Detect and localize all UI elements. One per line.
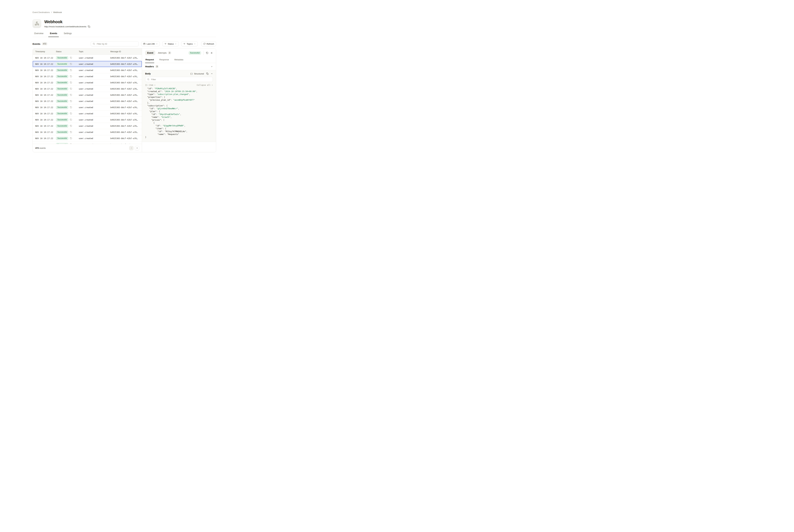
table-row[interactable]: NOV 18 10:17:22 Successful user.created … — [33, 111, 142, 117]
retry-icon[interactable] — [70, 75, 72, 77]
table-row[interactable]: NOV 18 10:17:22 Successful user.created … — [33, 98, 142, 104]
table-row[interactable]: NOV 18 10:17:22 Successful user.created … — [33, 92, 142, 98]
retry-icon[interactable] — [70, 94, 72, 96]
tab-overview[interactable]: Overview — [33, 32, 45, 37]
row-timestamp: NOV 18 10:17:22 — [33, 75, 56, 78]
row-status-cell: Successful — [56, 137, 79, 140]
table-row[interactable]: NOV 18 10:17:22 Successful user.created … — [33, 61, 142, 67]
table-row[interactable]: NOV 18 10:17:22 Successful user.created … — [33, 104, 142, 111]
retry-icon[interactable] — [70, 119, 72, 121]
row-status-cell: Successful — [56, 69, 79, 72]
table-row[interactable]: NOV 18 10:17:22 Successful user.created … — [33, 123, 142, 129]
table-row[interactable]: NOV 18 10:17:22 Successful user.created … — [33, 141, 142, 144]
retry-icon — [206, 52, 208, 54]
table-row[interactable]: NOV 18 10:17:22 Successful user.created … — [33, 73, 142, 79]
row-timestamp: NOV 18 10:17:22 — [33, 88, 56, 90]
retry-icon[interactable] — [70, 137, 72, 139]
pagination-next-button[interactable] — [135, 146, 139, 150]
topics-filter-button[interactable]: Topics — [181, 41, 197, 46]
tab-response[interactable]: Response — [159, 57, 169, 63]
page: Event Destinations / Webhook Webhook htt… — [0, 0, 249, 161]
request-tabs: Request Response Metadata — [142, 57, 216, 63]
retry-event-button[interactable] — [206, 52, 208, 54]
status-badge: Successful — [56, 56, 68, 59]
body-section: Body {} Structured — [142, 70, 216, 142]
events-count-badge: 472 — [42, 42, 47, 45]
retry-icon[interactable] — [70, 100, 72, 102]
table-row[interactable]: NOV 18 10:17:22 Successful user.created … — [33, 55, 142, 61]
table-row[interactable]: NOV 18 10:17:22 Successful user.created … — [33, 129, 142, 135]
row-topic: user.created — [79, 106, 110, 109]
retry-icon[interactable] — [70, 131, 72, 133]
copy-body-button[interactable] — [206, 73, 208, 75]
tab-attempts[interactable]: Attempts 3 — [158, 52, 171, 54]
headers-section-toggle[interactable]: Headers 3 — [142, 63, 216, 70]
filter-icon — [183, 43, 186, 45]
tab-events[interactable]: Events — [48, 32, 59, 37]
retry-icon[interactable] — [70, 63, 72, 65]
tab-settings[interactable]: Settings — [62, 32, 73, 37]
table-header: Timestamp Status Topic Message ID — [33, 49, 142, 55]
column-status: Status — [56, 51, 79, 53]
breadcrumb: Event Destinations / Webhook — [33, 11, 216, 14]
tab-event[interactable]: Event — [145, 51, 155, 55]
table-row[interactable]: NOV 18 10:17:22 Successful user.created … — [33, 135, 142, 141]
body-filter-input[interactable] — [151, 78, 211, 81]
row-timestamp: NOV 18 10:17:22 — [33, 125, 56, 127]
row-topic: user.created — [79, 75, 110, 78]
events-total-label: events — [39, 147, 46, 149]
refresh-button[interactable]: Refresh — [201, 41, 216, 46]
events-total: 472 events — [35, 147, 46, 149]
close-icon — [210, 52, 213, 54]
search-icon — [93, 43, 95, 45]
table-row[interactable]: NOV 18 10:17:22 Successful user.created … — [33, 67, 142, 73]
json-line: "item": { — [145, 127, 213, 130]
table-row[interactable]: NOV 18 10:17:22 Successful user.created … — [33, 117, 142, 123]
body-filter-field — [145, 77, 213, 82]
table-row[interactable]: NOV 18 10:17:22 Successful user.created … — [33, 86, 142, 92]
chevron-right-icon — [136, 147, 138, 149]
row-message-id: b4925365-b8cf-42b7-a76… — [110, 81, 142, 84]
retry-icon[interactable] — [70, 88, 72, 90]
status-badge: Successful — [56, 87, 68, 91]
retry-icon[interactable] — [70, 57, 72, 59]
copy-url-button[interactable] — [88, 25, 90, 28]
tab-request[interactable]: Request — [145, 57, 154, 63]
row-message-id: b4925365-b8cf-42b7-a76… — [110, 69, 142, 72]
chevron-left-icon — [130, 147, 132, 149]
row-topic: user.created — [79, 88, 110, 90]
tab-metadata[interactable]: Metadata — [174, 57, 184, 63]
json-line: "type": "subscription.plan_changed", — [145, 93, 213, 96]
filter-by-id-input[interactable] — [96, 42, 136, 45]
collapse-body-button[interactable] — [211, 73, 213, 75]
retry-icon[interactable] — [70, 112, 72, 115]
row-status-cell: Successful — [56, 87, 79, 91]
status-badge: Successful — [56, 69, 68, 72]
status-filter-button[interactable]: Status — [162, 41, 178, 46]
retry-icon[interactable] — [70, 81, 72, 84]
retry-icon[interactable] — [70, 69, 72, 71]
row-message-id: b4925365-b8cf-42b7-a76… — [110, 75, 142, 78]
status-badge: Successful — [56, 124, 68, 128]
breadcrumb-current: Webhook — [53, 11, 62, 14]
row-timestamp: NOV 18 10:17:22 — [33, 69, 56, 72]
table-row[interactable]: NOV 18 10:17:22 Successful user.created … — [33, 79, 142, 86]
breadcrumb-link-event-destinations[interactable]: Event Destinations — [33, 11, 50, 14]
json-line: "created_at": "2024-10-10T09:15:50+00:00… — [145, 90, 213, 93]
time-range-button[interactable]: Last 24h — [141, 41, 160, 46]
collapse-all-button[interactable]: Collapse all ↑ — [197, 84, 213, 86]
structured-toggle[interactable]: {} Structured — [190, 73, 204, 75]
retry-icon[interactable] — [70, 125, 72, 127]
row-status-cell: Successful — [56, 75, 79, 78]
close-panel-button[interactable] — [210, 52, 213, 54]
json-line: "subscription": { — [145, 104, 213, 107]
chevron-up-icon — [211, 73, 213, 75]
retry-icon[interactable] — [70, 106, 72, 109]
json-line: "name": "Growth", — [145, 116, 213, 119]
search-icon — [147, 78, 149, 80]
table-body: NOV 18 10:17:22 Successful user.created … — [33, 55, 142, 144]
row-message-id: b4925365-b8cf-42b7-a76… — [110, 106, 142, 109]
content: Event Destinations / Webhook Webhook htt… — [33, 0, 216, 152]
row-topic: user.created — [79, 125, 110, 127]
pagination-prev-button[interactable] — [129, 146, 134, 150]
